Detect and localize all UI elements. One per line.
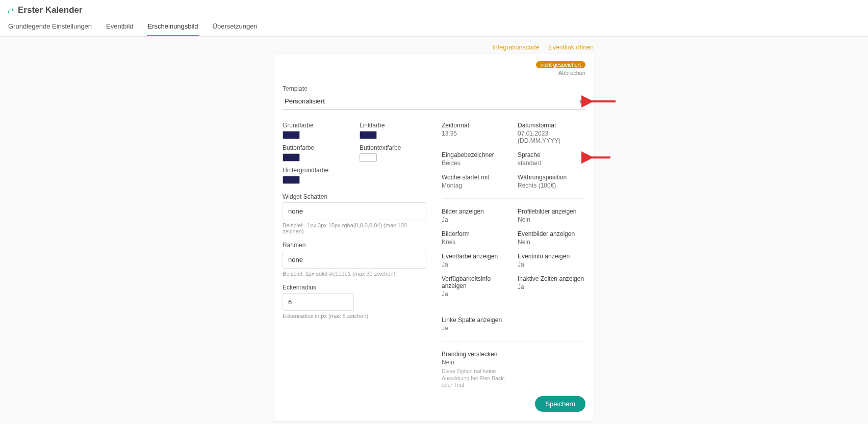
template-value: Personalisiert <box>285 97 325 105</box>
radius-helper: Eckenradius in px (max 5 zeichen) <box>283 313 426 319</box>
cancel-link[interactable]: Abbrechen <box>558 70 585 76</box>
link-color-label: Linkfarbe <box>360 122 426 129</box>
swap-icon: ⇄ <box>7 6 14 15</box>
chevron-down-icon: ▼ <box>578 98 583 104</box>
border-helper: Beispiel: 1px solid #e1e1e1 (max 30 zeic… <box>283 271 426 277</box>
setting-show-inactive[interactable]: Inaktive Zeiten anzeigen Ja <box>518 275 585 298</box>
tabs: Grundlegende Einstellungen Eventbild Ers… <box>7 18 861 36</box>
divider <box>442 198 585 199</box>
save-button[interactable]: Speichern <box>535 396 585 412</box>
unsaved-badge: nicht gespeichert <box>536 61 585 68</box>
integration-code-link[interactable]: Integrationscode <box>492 44 539 51</box>
divider <box>442 307 585 307</box>
right-column: Zeitformat 13:35 Datumsformat 07.01.2023… <box>442 122 585 389</box>
border-label: Rahmen <box>283 242 426 249</box>
setting-currency-pos[interactable]: Währungsposition Rechts (100€) <box>518 174 585 189</box>
border-input[interactable] <box>283 251 426 269</box>
setting-time-format[interactable]: Zeitformat 13:35 <box>442 122 509 144</box>
setting-week-start[interactable]: Woche startet mit Montag <box>442 174 509 189</box>
setting-image-shape[interactable]: Bilderform Kreis <box>442 230 509 246</box>
tab-basic-settings[interactable]: Grundlegende Einstellungen <box>7 18 93 36</box>
tab-event-image[interactable]: Eventbild <box>105 18 134 36</box>
setting-show-event-img[interactable]: Eventbilder anzeigen Nein <box>518 230 585 246</box>
widget-shadow-helper: Beispiel: -1px 3px 15px rgba(0,0,0,0.04)… <box>283 222 426 234</box>
radius-input[interactable] <box>283 293 354 311</box>
template-label: Template <box>283 85 585 92</box>
left-column: Grundfarbe Linkfarbe Buttonfarbe Buttont… <box>283 122 426 389</box>
button-color-label: Buttonfarbe <box>283 144 349 151</box>
branding-note: Diese Option hat keine Auswirkung bei Pl… <box>442 368 509 389</box>
setting-date-format[interactable]: Datumsformat 07.01.2023 (DD.MM.YYYY) <box>518 122 585 144</box>
background-color-label: Hintergrundfarbe <box>283 167 349 174</box>
setting-show-event-info[interactable]: Eventinfo anzeigen Ja <box>518 253 585 268</box>
widget-shadow-input[interactable] <box>283 202 426 220</box>
template-select[interactable]: Personalisiert ▼ <box>283 93 585 110</box>
tab-appearance[interactable]: Erscheinungsbild <box>147 18 199 36</box>
base-color-swatch[interactable] <box>283 131 300 139</box>
radius-label: Eckenradius <box>283 284 426 291</box>
buttontext-color-label: Buttontextfarbe <box>360 144 426 151</box>
background-color-swatch[interactable] <box>283 176 300 184</box>
top-bar: ⇄ Erster Kalender Grundlegende Einstellu… <box>0 0 868 37</box>
setting-language[interactable]: Sprache standard <box>518 151 585 167</box>
link-color-swatch[interactable] <box>360 131 377 139</box>
page-title: Erster Kalender <box>18 5 83 15</box>
widget-shadow-label: Widget Schatten <box>283 193 426 200</box>
setting-hide-branding[interactable]: Branding verstecken Nein Diese Option ha… <box>442 351 509 389</box>
buttontext-color-swatch[interactable] <box>360 153 377 162</box>
setting-input-label[interactable]: Eingabebezeichner Beides <box>442 151 509 167</box>
tab-translations[interactable]: Übersetzungen <box>212 18 259 36</box>
divider <box>442 341 585 341</box>
setting-show-profile-img[interactable]: Profilebilder anzeigen Nein <box>518 208 585 223</box>
button-color-swatch[interactable] <box>283 153 300 162</box>
top-links: Integrationscode Eventlink öffnen <box>274 44 594 51</box>
setting-show-event-color[interactable]: Eventfarbe anzeigen Ja <box>442 253 509 268</box>
setting-show-images[interactable]: Bilder anzeigen Ja <box>442 208 509 223</box>
appearance-card: nicht gespeichert Abbrechen Template Per… <box>274 54 594 421</box>
base-color-label: Grundfarbe <box>283 122 349 129</box>
setting-show-availability[interactable]: Verfügbarkeitsinfo anzeigen Ja <box>442 275 509 298</box>
setting-show-left-col[interactable]: Linke Spalte anzeigen Ja <box>442 316 509 332</box>
event-link-open[interactable]: Eventlink öffnen <box>548 44 594 51</box>
